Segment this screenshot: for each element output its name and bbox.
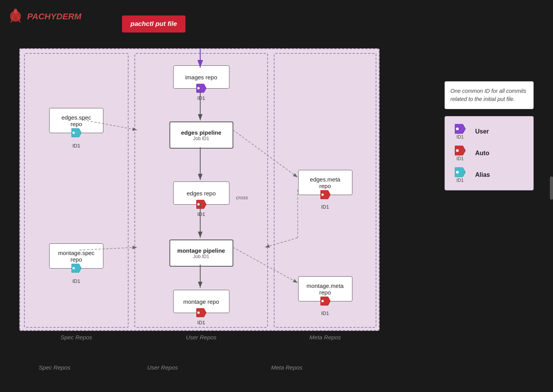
montage-repo-tag <box>196 308 207 318</box>
images-repo-tag <box>196 83 207 93</box>
meta-repos-bottom-label: Meta Repos <box>271 364 302 371</box>
legend: One common ID for all commits related to… <box>445 81 534 190</box>
put-file-box: pachctl put file <box>122 15 185 33</box>
svg-point-2 <box>14 10 17 13</box>
edges-spec-id: ID1 <box>72 143 80 149</box>
montage-meta-tag <box>319 296 331 306</box>
svg-point-10 <box>198 203 200 205</box>
spec-repos-bottom-label: Spec Repos <box>39 364 70 371</box>
user-repos-bottom-label: User Repos <box>147 364 178 371</box>
edges-meta-repo: edges.meta repo <box>298 170 352 195</box>
legend-items: ID1 User ID1 Auto ID1 <box>445 116 534 190</box>
svg-point-12 <box>321 193 324 196</box>
montage-repo-id: ID1 <box>197 320 205 325</box>
montage-meta-repo: montage.meta repo <box>298 276 352 301</box>
col-spec: Spec Repos edges.spec repo ID1 montage.s… <box>24 53 129 328</box>
svg-point-11 <box>198 312 200 314</box>
legend-user-tag <box>454 123 466 134</box>
col-meta: Meta Repos edges.meta repo ID1 montage.m… <box>274 53 376 328</box>
images-repo-id: ID1 <box>197 95 205 101</box>
montage-repo: montage repo <box>173 290 229 313</box>
svg-point-31 <box>456 171 459 174</box>
meta-repos-label: Meta Repos <box>275 334 376 341</box>
edges-spec-repo: edges.spec repo <box>49 108 103 133</box>
app-title: PACHYDERM <box>27 12 81 22</box>
svg-point-30 <box>456 149 459 152</box>
edges-repo-id: ID1 <box>197 211 205 217</box>
edges-repo: edges repo <box>173 181 229 205</box>
app-logo <box>8 8 23 25</box>
montage-spec-id: ID1 <box>72 278 80 284</box>
col-user: User Repos images repo ID1 edges pipelin… <box>134 53 268 328</box>
legend-user-row: ID1 User <box>450 123 528 140</box>
scrollbar[interactable] <box>550 176 553 200</box>
svg-point-7 <box>72 132 75 134</box>
images-repo: images repo <box>173 65 229 89</box>
legend-alias-row: ID1 Alias <box>450 167 528 183</box>
montage-meta-id: ID1 <box>321 310 329 316</box>
svg-point-8 <box>72 267 75 269</box>
edges-pipeline: edges pipeline Job ID1 <box>169 122 233 149</box>
user-repos-label: User Repos <box>135 334 267 341</box>
legend-auto-row: ID1 Auto <box>450 145 528 161</box>
edges-repo-tag <box>196 199 207 209</box>
montage-spec-tag <box>70 263 82 273</box>
legend-auto-tag <box>454 145 466 156</box>
svg-point-29 <box>456 128 459 130</box>
svg-point-13 <box>321 300 324 302</box>
montage-spec-repo: montage.spec repo <box>49 243 103 269</box>
spec-repos-label: Spec Repos <box>25 334 128 341</box>
main-diagram: Spec Repos edges.spec repo ID1 montage.s… <box>19 48 380 331</box>
edges-meta-id: ID1 <box>321 204 329 210</box>
legend-alias-tag <box>454 167 466 178</box>
edges-spec-tag <box>70 128 82 138</box>
montage-pipeline: montage pipeline Job ID1 <box>169 240 233 267</box>
legend-info: One common ID for all commits related to… <box>445 81 534 109</box>
svg-point-9 <box>198 87 200 89</box>
app-header: PACHYDERM <box>8 8 81 25</box>
edges-meta-tag <box>319 190 331 200</box>
